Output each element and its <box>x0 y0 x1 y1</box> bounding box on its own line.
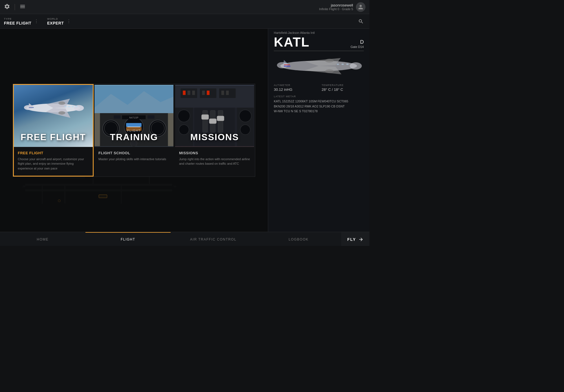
fly-button[interactable]: FLY <box>341 232 369 246</box>
sub-nav: TYPE FREE FLIGHT ⋮ WORLD EXPERT ⋮ <box>0 14 369 29</box>
altimeter-item: ALTIMETER 30.12 inHG <box>274 84 316 92</box>
metar-text: KATL 152252Z 12006KT 10SM FEW040TCU SCT0… <box>274 99 364 114</box>
world-label: WORLD <box>47 17 64 20</box>
type-value: FREE FLIGHT <box>4 21 31 25</box>
divider <box>15 4 15 10</box>
type-dots[interactable]: ⋮ <box>34 19 39 24</box>
svg-rect-52 <box>218 110 223 132</box>
cards-container: FREE FLIGHT FREE FLIGHT Choose your airc… <box>13 84 255 177</box>
svg-point-16 <box>72 106 74 107</box>
nav-home-label: HOME <box>37 237 49 241</box>
missions-card-title: MISSIONS <box>175 132 254 142</box>
svg-point-71 <box>325 59 334 63</box>
svg-point-72 <box>337 63 339 65</box>
svg-point-14 <box>64 106 67 107</box>
free-flight-card-info: FREE FLIGHT Choose your aircraft and air… <box>14 147 93 176</box>
nav-logbook-label: LOGBOOK <box>288 237 309 241</box>
free-flight-image: FREE FLIGHT <box>14 85 93 147</box>
airport-row: KATL D Gate D14 <box>274 36 364 51</box>
airplane-area <box>274 56 364 78</box>
type-label: TYPE <box>4 17 31 20</box>
gate-letter: D <box>351 39 364 45</box>
world-dots[interactable]: ⋮ <box>67 19 71 24</box>
svg-point-73 <box>342 63 344 65</box>
metar-label: LATEST METAR <box>274 95 364 98</box>
nav-flight[interactable]: FLIGHT <box>85 232 171 246</box>
user-grade: Infinite Flight 0 · Grade 5 <box>319 7 353 11</box>
svg-rect-53 <box>202 114 209 120</box>
airport-code: KATL <box>274 36 310 49</box>
list-icon[interactable] <box>19 3 26 11</box>
svg-point-7 <box>74 105 84 111</box>
gear-icon[interactable] <box>4 3 10 11</box>
missions-image: SHERAN 15 MISSIONS <box>175 85 254 147</box>
svg-point-62 <box>178 110 190 122</box>
temperature-value: 28° C / 18° C <box>322 87 364 92</box>
modal-overlay: FREE FLIGHT FREE FLIGHT Choose your airc… <box>0 29 268 232</box>
gate-number: Gate D14 <box>351 45 364 49</box>
fly-arrow-icon <box>358 237 363 242</box>
svg-point-59 <box>239 110 251 122</box>
weather-section: ALTIMETER 30.12 inHG TEMPERATURE 28° C /… <box>274 84 364 114</box>
weather-row-1: ALTIMETER 30.12 inHG TEMPERATURE 28° C /… <box>274 84 364 92</box>
temperature-item: TEMPERATURE 28° C / 18° C <box>322 84 364 92</box>
user-text: jasonrosewell Infinite Flight 0 · Grade … <box>319 3 353 11</box>
svg-point-70 <box>325 69 334 73</box>
training-card-title: TRAINING <box>94 132 173 142</box>
top-bar-icons <box>4 3 26 11</box>
training-info-title: FLIGHT SCHOOL <box>98 151 169 155</box>
user-info: jasonrosewell Infinite Flight 0 · Grade … <box>319 2 365 12</box>
right-panel: NEW FLIGHT Hartsfield-Jackson Atlanta In… <box>268 14 369 232</box>
airport-subtitle: Hartsfield-Jackson Atlanta Intl <box>274 31 364 34</box>
training-info-desc: Master your piloting skills with interac… <box>98 157 169 162</box>
svg-rect-27 <box>126 123 142 127</box>
airplane-illustration <box>17 93 90 123</box>
search-button[interactable] <box>356 17 365 26</box>
missions-info-title: MISSIONS <box>179 151 250 155</box>
training-card-info: FLIGHT SCHOOL Master your piloting skill… <box>94 147 173 172</box>
free-flight-info-title: FREE FLIGHT <box>18 151 89 155</box>
right-panel-airplane <box>274 56 364 77</box>
type-group: TYPE FREE FLIGHT ⋮ <box>4 17 39 25</box>
svg-rect-36 <box>147 115 154 119</box>
missions-card[interactable]: SHERAN 15 MISSIONS <box>174 84 255 177</box>
svg-rect-35 <box>114 115 120 119</box>
svg-rect-47 <box>221 91 224 95</box>
free-flight-card[interactable]: FREE FLIGHT FREE FLIGHT Choose your airc… <box>13 84 94 177</box>
metar-section: LATEST METAR KATL 152252Z 12006KT 10SM F… <box>274 95 364 114</box>
svg-point-12 <box>58 101 65 105</box>
altimeter-value: 30.12 inHG <box>274 87 316 92</box>
temperature-label: TEMPERATURE <box>322 84 364 87</box>
altimeter-label: ALTIMETER <box>274 84 316 87</box>
top-bar: jasonrosewell Infinite Flight 0 · Grade … <box>0 0 369 14</box>
fly-label: FLY <box>347 237 356 242</box>
nav-atc[interactable]: AIR TRAFFIC CONTROL <box>171 232 256 246</box>
free-flight-info-desc: Choose your aircraft and airport, custom… <box>18 157 89 171</box>
free-flight-card-title: FREE FLIGHT <box>14 132 93 142</box>
svg-point-11 <box>58 111 65 114</box>
missions-card-info: MISSIONS Jump right into the action with… <box>175 147 254 172</box>
svg-rect-48 <box>226 91 229 95</box>
training-card[interactable]: N471SP FLIGHT TRAINING FLIGHT SCHOOL Mas… <box>94 84 174 177</box>
modal-panel: FREE FLIGHT FREE FLIGHT Choose your airc… <box>13 84 255 177</box>
world-value: EXPERT <box>47 21 64 25</box>
svg-rect-45 <box>202 91 205 95</box>
nav-home[interactable]: HOME <box>0 232 85 246</box>
svg-point-74 <box>346 63 349 65</box>
svg-rect-42 <box>183 91 186 95</box>
world-group: WORLD EXPERT ⋮ <box>47 17 71 25</box>
svg-rect-46 <box>207 91 210 95</box>
svg-point-65 <box>350 62 362 70</box>
svg-rect-50 <box>203 110 208 132</box>
missions-info-desc: Jump right into the action with recommen… <box>179 157 250 166</box>
svg-rect-43 <box>188 91 190 95</box>
svg-rect-44 <box>192 91 195 95</box>
gate-info: D Gate D14 <box>351 39 364 49</box>
username: jasonrosewell <box>319 3 353 7</box>
avatar[interactable] <box>356 2 365 12</box>
svg-point-17 <box>75 106 78 107</box>
nav-logbook[interactable]: LOGBOOK <box>256 232 342 246</box>
nav-atc-label: AIR TRAFFIC CONTROL <box>190 237 236 241</box>
svg-text:N471SP: N471SP <box>129 116 138 119</box>
nav-flight-label: FLIGHT <box>121 237 135 241</box>
